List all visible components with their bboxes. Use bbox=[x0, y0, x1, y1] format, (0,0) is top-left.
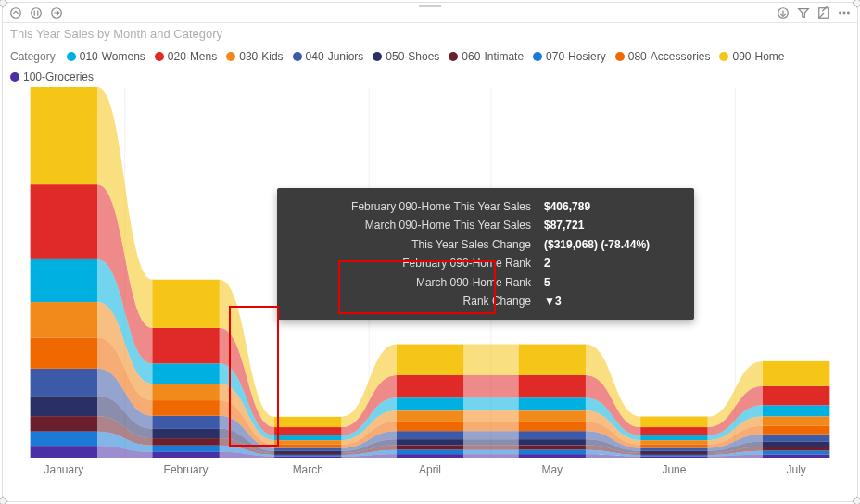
tooltip-value: $406,789 bbox=[544, 197, 683, 216]
svg-rect-60 bbox=[518, 450, 585, 454]
svg-rect-61 bbox=[640, 455, 707, 457]
legend-item[interactable]: 060-Intimate bbox=[449, 50, 524, 63]
svg-rect-23 bbox=[274, 427, 341, 435]
x-axis-label: June bbox=[613, 463, 736, 485]
legend-swatch bbox=[373, 52, 382, 61]
svg-point-1 bbox=[32, 7, 42, 18]
svg-rect-76 bbox=[763, 361, 829, 386]
drill-down-icon[interactable] bbox=[29, 6, 44, 20]
svg-rect-81 bbox=[518, 454, 585, 458]
legend-text: 060-Intimate bbox=[462, 50, 524, 63]
svg-rect-80 bbox=[397, 454, 463, 458]
svg-rect-33 bbox=[640, 440, 707, 444]
svg-rect-46 bbox=[518, 439, 585, 445]
drag-grip-icon[interactable] bbox=[419, 5, 441, 8]
svg-point-0 bbox=[11, 7, 21, 18]
x-axis-label: January bbox=[3, 463, 125, 485]
tooltip-row: March 090-Home This Year Sales$87,721 bbox=[288, 216, 683, 234]
svg-point-5 bbox=[840, 12, 841, 14]
svg-rect-54 bbox=[640, 453, 707, 455]
svg-rect-28 bbox=[31, 302, 97, 337]
expand-next-level-icon[interactable] bbox=[49, 6, 64, 20]
legend-swatch bbox=[615, 52, 625, 61]
more-options-icon[interactable] bbox=[837, 6, 852, 20]
legend-swatch bbox=[449, 52, 458, 61]
legend-swatch bbox=[226, 52, 235, 61]
svg-rect-19 bbox=[640, 435, 707, 440]
legend-item[interactable]: 010-Womens bbox=[67, 50, 145, 63]
legend-item[interactable]: 080-Accessories bbox=[615, 50, 711, 63]
tooltip-value: ▼3 bbox=[544, 292, 683, 310]
svg-rect-74 bbox=[518, 345, 585, 375]
svg-rect-77 bbox=[31, 446, 97, 458]
legend: Category 010-Womens020-Mens030-Kids040-J… bbox=[3, 44, 857, 87]
svg-rect-67 bbox=[518, 422, 585, 431]
legend-text: 100-Groceries bbox=[23, 70, 94, 83]
svg-rect-25 bbox=[518, 375, 585, 397]
resize-handle-br[interactable] bbox=[852, 496, 860, 504]
legend-item[interactable]: 070-Hosiery bbox=[533, 50, 606, 63]
legend-item[interactable]: 050-Shoes bbox=[373, 50, 439, 63]
svg-rect-38 bbox=[397, 431, 463, 439]
legend-label: Category bbox=[10, 50, 56, 63]
svg-rect-41 bbox=[763, 435, 829, 442]
x-axis-label: March bbox=[247, 463, 369, 485]
filter-icon[interactable] bbox=[796, 6, 811, 20]
legend-swatch bbox=[293, 52, 302, 61]
svg-rect-44 bbox=[274, 451, 341, 453]
annotation-transition-highlight bbox=[229, 306, 279, 447]
x-axis-label: April bbox=[369, 463, 491, 485]
svg-rect-43 bbox=[152, 429, 219, 438]
svg-rect-52 bbox=[397, 446, 463, 450]
legend-text: 020-Mens bbox=[168, 50, 217, 63]
svg-rect-32 bbox=[518, 410, 585, 422]
svg-rect-42 bbox=[31, 396, 97, 416]
svg-rect-63 bbox=[31, 338, 97, 369]
svg-rect-39 bbox=[518, 431, 585, 439]
svg-rect-50 bbox=[152, 438, 219, 446]
legend-item[interactable]: 020-Mens bbox=[155, 50, 217, 63]
svg-rect-56 bbox=[31, 432, 97, 446]
svg-rect-26 bbox=[640, 427, 707, 435]
svg-rect-34 bbox=[763, 417, 829, 426]
legend-item[interactable]: 100-Groceries bbox=[10, 70, 94, 83]
svg-rect-27 bbox=[763, 386, 829, 406]
x-axis: JanuaryFebruaryMarchAprilMayJuneJuly bbox=[3, 463, 857, 485]
tooltip-key: February 090-Home This Year Sales bbox=[288, 197, 531, 216]
svg-rect-17 bbox=[397, 397, 463, 410]
svg-rect-51 bbox=[274, 453, 341, 455]
svg-rect-47 bbox=[640, 451, 707, 453]
svg-rect-16 bbox=[274, 435, 341, 440]
legend-swatch bbox=[533, 52, 542, 61]
tooltip-key: March 090-Home This Year Sales bbox=[288, 216, 531, 234]
svg-rect-29 bbox=[152, 384, 219, 400]
legend-item[interactable]: 090-Home bbox=[719, 50, 784, 63]
resize-handle-bl[interactable] bbox=[0, 496, 8, 504]
tooltip-row: This Year Sales Change($319,068) (-78.44… bbox=[288, 235, 683, 254]
legend-item[interactable]: 030-Kids bbox=[226, 50, 283, 63]
svg-rect-65 bbox=[274, 445, 341, 448]
svg-rect-31 bbox=[397, 410, 463, 422]
svg-rect-21 bbox=[31, 184, 97, 259]
svg-rect-69 bbox=[763, 426, 829, 435]
export-data-icon[interactable] bbox=[776, 6, 790, 20]
svg-rect-83 bbox=[763, 455, 829, 458]
svg-rect-82 bbox=[640, 457, 707, 458]
svg-rect-35 bbox=[31, 369, 97, 396]
tooltip-key: This Year Sales Change bbox=[288, 235, 531, 254]
svg-rect-22 bbox=[152, 328, 219, 363]
legend-swatch bbox=[155, 52, 164, 61]
focus-mode-icon[interactable] bbox=[816, 6, 831, 20]
drill-up-icon[interactable] bbox=[8, 6, 23, 20]
legend-item[interactable]: 040-Juniors bbox=[293, 50, 364, 63]
visual-frame: This Year Sales by Month and Category Ca… bbox=[2, 2, 858, 502]
svg-rect-73 bbox=[397, 345, 463, 375]
svg-rect-68 bbox=[640, 445, 707, 448]
legend-text: 070-Hosiery bbox=[546, 50, 606, 63]
svg-rect-53 bbox=[518, 446, 585, 450]
x-axis-label: May bbox=[491, 463, 613, 485]
svg-rect-45 bbox=[397, 439, 463, 445]
svg-rect-71 bbox=[152, 280, 219, 328]
legend-text: 080-Accessories bbox=[628, 50, 711, 63]
tooltip-row: February 090-Home This Year Sales$406,78… bbox=[288, 197, 683, 216]
